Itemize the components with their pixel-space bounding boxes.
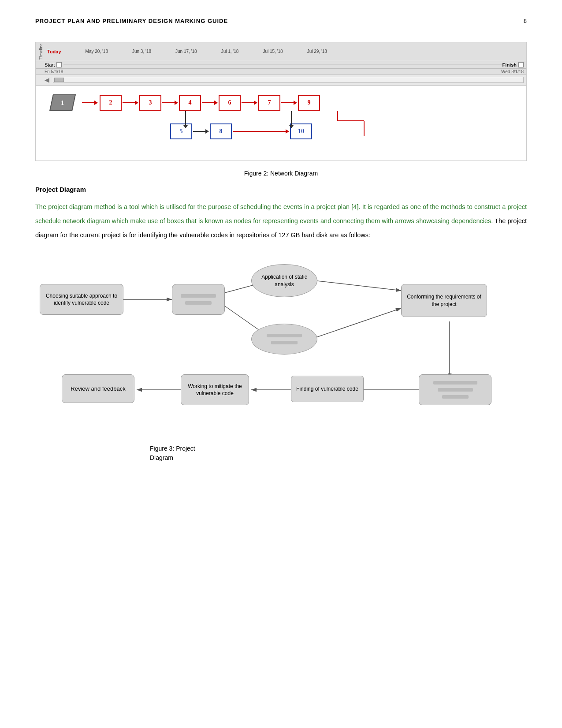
page-title: PROJECT PLAN AND PRELIMINARY DESIGN MARK… — [35, 18, 228, 24]
timeline-label: Timeline — [38, 44, 45, 60]
timeline-scrollbar[interactable]: ◀ — [36, 75, 526, 86]
node-middle-bottom — [251, 324, 317, 355]
node-10: 10 — [290, 123, 312, 139]
node-mitigate: Working to mitigate the vulnerable code — [181, 374, 249, 405]
node-finding: Finding of vulnerable code — [291, 376, 364, 402]
paragraph-green: The project diagram method is a tool whi… — [35, 203, 527, 224]
node-4: 4 — [179, 95, 201, 111]
timeline-date2: Jun 3, '18 — [132, 49, 151, 54]
node-choosing: Choosing suitable approach to identify v… — [40, 284, 123, 315]
network-nodes-area: 1 2 3 — [36, 86, 526, 161]
node-7: 7 — [258, 95, 280, 111]
node-row-2: 5 8 10 — [170, 123, 517, 139]
start-date: Fri 5/4/18 — [45, 69, 63, 74]
timeline-date6: Jul 29, '18 — [307, 49, 327, 54]
timeline-today: Today — [47, 49, 61, 54]
node-2: 2 — [100, 95, 122, 111]
node-3: 3 — [139, 95, 161, 111]
node-9: 9 — [298, 95, 320, 111]
svg-line-12 — [317, 308, 401, 337]
node-review: Review and feedback — [62, 374, 134, 403]
timeline-date3: Jun 17, '18 — [175, 49, 197, 54]
finish-date: Wed 8/1/18 — [501, 69, 524, 74]
node-5: 5 — [170, 123, 192, 139]
section-heading: Project Diagram — [35, 186, 527, 193]
project-diagram: Choosing suitable approach to identify v… — [35, 251, 527, 441]
node-middle-top — [172, 284, 225, 315]
node-1: 1 — [49, 94, 76, 111]
network-diagram-figure: Timeline Today May 20, '18 Jun 3, '18 Ju… — [35, 42, 527, 161]
timeline-date4: Jul 1, '18 — [221, 49, 239, 54]
page-number: 8 — [524, 18, 527, 24]
body-text-paragraph: The project diagram method is a tool whi… — [35, 200, 527, 243]
node-6: 6 — [219, 95, 241, 111]
finish-label: Finish — [502, 62, 517, 67]
svg-line-11 — [317, 281, 401, 291]
start-label: Start — [45, 62, 55, 67]
figure2-caption: Figure 2: Network Diagram — [35, 170, 527, 177]
node-8: 8 — [210, 123, 232, 139]
node-right-bottom — [419, 374, 491, 405]
node-app-static: Application of static analysis — [251, 264, 317, 297]
project-diagram-section: Project Diagram The project diagram meth… — [35, 186, 527, 243]
figure3-caption: Figure 3: Project Diagram — [150, 444, 527, 463]
timeline-date5: Jul 15, '18 — [263, 49, 283, 54]
node-conforming: Conforming the requirements of the proje… — [401, 284, 487, 317]
timeline-date1: May 20, '18 — [86, 49, 108, 54]
page-header: PROJECT PLAN AND PRELIMINARY DESIGN MARK… — [35, 18, 527, 24]
